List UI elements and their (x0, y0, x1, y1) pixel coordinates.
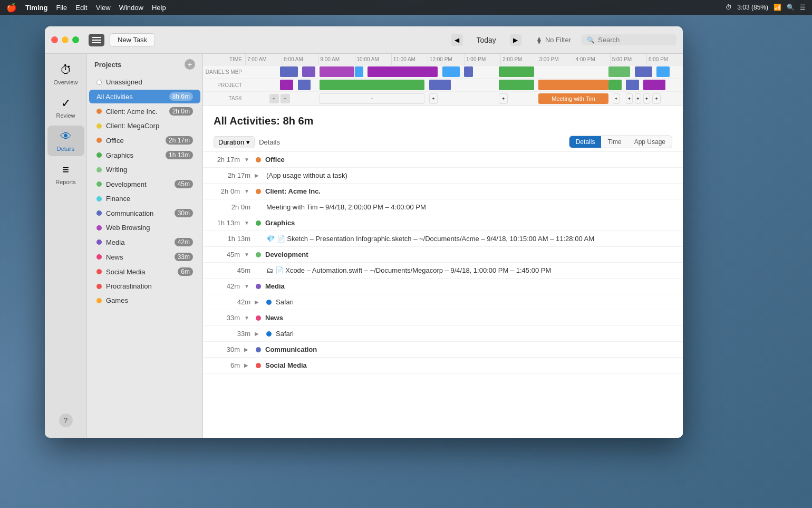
list-item-xcode[interactable]: 45m 🗂 📄 Xcode – Automation.swift – ~/Doc… (203, 263, 683, 279)
tab-app-usage[interactable]: App Usage (628, 136, 672, 148)
minimize-button[interactable] (62, 36, 69, 43)
bar-segment (464, 66, 473, 77)
search-field[interactable]: 🔍 (582, 34, 676, 45)
wifi-icon: 📶 (774, 4, 781, 11)
menu-window[interactable]: Window (119, 4, 143, 12)
expand-arrow-media[interactable]: ▼ (244, 283, 252, 289)
sidebar-item-details[interactable]: 👁 Details (47, 126, 84, 156)
duration-filter[interactable]: Duration ▾ (214, 136, 255, 148)
color-dot-office (256, 157, 261, 162)
help-button[interactable]: ? (59, 414, 73, 427)
list-item-social-media[interactable]: 6m ▶ Social Media (203, 358, 683, 373)
project-item-games[interactable]: Games (89, 294, 200, 307)
menu-file[interactable]: File (56, 4, 67, 12)
row-label-daniels: DANIEL'S MBP (203, 69, 245, 75)
control-center-icon[interactable]: ☰ (800, 4, 806, 11)
activity-name-graphics: Graphics (265, 219, 672, 227)
details-filter-label: Details (259, 138, 280, 146)
task-segment[interactable]: + (643, 93, 650, 104)
expand-arrow-safari-media[interactable]: ▶ (255, 299, 262, 305)
expand-arrow-social-media[interactable]: ▶ (244, 362, 252, 368)
prev-date-button[interactable]: ◀ (451, 34, 463, 46)
expand-arrow-safari-news[interactable]: ▶ (255, 331, 262, 337)
activity-name-development: Development (265, 251, 672, 258)
project-item-finance[interactable]: Finance (89, 192, 200, 205)
tab-details[interactable]: Details (569, 136, 602, 148)
bar-segment (280, 66, 297, 77)
task-segment[interactable]: + (429, 93, 438, 104)
add-project-button[interactable]: + (185, 59, 195, 70)
project-item-procrastination[interactable]: Procrastination (89, 280, 200, 293)
next-date-button[interactable]: ▶ (510, 34, 521, 46)
task-segment[interactable]: + (626, 93, 632, 104)
project-item-graphics[interactable]: Graphics 1h 13m (89, 148, 200, 162)
project-item-media[interactable]: Media 42m (89, 235, 200, 249)
project-item-all-activities[interactable]: All Activities 8h 6m (89, 90, 200, 103)
task-add-btn[interactable]: + (269, 94, 279, 103)
project-duration-graphics: 1h 13m (166, 151, 193, 159)
expand-arrow-office[interactable]: ▼ (244, 157, 252, 162)
expand-arrow-office-app[interactable]: ▶ (255, 172, 262, 178)
expand-arrow-graphics[interactable]: ▼ (244, 220, 252, 226)
list-item-safari-news[interactable]: 33m ▶ Safari (203, 326, 683, 342)
list-item-meeting-tim[interactable]: 2h 0m Meeting with Tim – 9/4/18, 2:00:00… (203, 199, 683, 215)
sidebar-item-overview[interactable]: ⏱ Overview (47, 59, 84, 90)
sidebar-item-reports[interactable]: ≡ Reports (47, 159, 84, 189)
project-duration-client-acme: 2h 0m (169, 107, 193, 116)
expand-arrow-development[interactable]: ▼ (244, 252, 252, 257)
list-item-media[interactable]: 42m ▼ Media (203, 279, 683, 294)
menu-help[interactable]: Help (152, 4, 166, 12)
menu-view[interactable]: View (96, 4, 111, 12)
task-add-btn[interactable]: + (281, 94, 290, 103)
meeting-with-tim-task[interactable]: Meeting with Tim (538, 93, 608, 104)
sidebar-toggle-button[interactable] (89, 34, 104, 46)
project-item-web-browsing[interactable]: Web Browsing (89, 221, 200, 234)
app-name-menu[interactable]: Timing (25, 4, 47, 12)
new-task-button[interactable]: New Task (110, 33, 155, 47)
project-name-unassigned: Unassigned (106, 78, 193, 86)
project-item-client-acme[interactable]: Client: Acme Inc. 2h 0m (89, 104, 200, 118)
apple-menu[interactable]: 🍎 (6, 3, 17, 13)
project-item-development[interactable]: Development 45m (89, 177, 200, 191)
search-input[interactable] (598, 36, 666, 44)
project-item-social-media[interactable]: Social Media 6m (89, 265, 200, 279)
list-item-office-app-usage[interactable]: 2h 17m ▶ (App usage without a task) (203, 168, 683, 184)
list-item-office[interactable]: 2h 17m ▼ Office (203, 152, 683, 168)
search-icon-menubar[interactable]: 🔍 (787, 4, 795, 11)
task-segment[interactable]: + (320, 93, 424, 104)
list-item-safari-media[interactable]: 42m ▶ Safari (203, 294, 683, 310)
sidebar-item-review[interactable]: ✓ Review (47, 92, 84, 123)
task-segment[interactable]: + (635, 93, 641, 104)
project-item-communication[interactable]: Communication 30m (89, 206, 200, 220)
list-item-client-acme[interactable]: 2h 0m ▼ Client: Acme Inc. (203, 184, 683, 199)
projects-title: Projects (94, 61, 121, 69)
project-dot-finance (96, 196, 102, 202)
battery-status: 3:03 (85%) (737, 4, 768, 11)
project-name-web-browsing: Web Browsing (106, 224, 193, 232)
project-item-client-megacorp[interactable]: Client: MegaCorp (89, 119, 200, 132)
maximize-button[interactable] (72, 36, 79, 43)
expand-arrow-news[interactable]: ▼ (244, 315, 252, 321)
project-duration-all-activities: 8h 6m (169, 92, 193, 101)
project-dot-office (96, 138, 102, 143)
task-segment[interactable]: + (613, 93, 619, 104)
project-item-writing[interactable]: Writing (89, 163, 200, 176)
expand-arrow-communication[interactable]: ▶ (244, 347, 252, 352)
activity-name-sketch: 💎 📄 Sketch – Presentation Infographic.sk… (266, 235, 672, 243)
list-item-sketch[interactable]: 1h 13m 💎 📄 Sketch – Presentation Infogra… (203, 231, 683, 247)
project-item-news[interactable]: News 33m (89, 250, 200, 264)
project-item-office[interactable]: Office 2h 17m (89, 133, 200, 147)
menu-edit[interactable]: Edit (75, 4, 87, 12)
tab-time[interactable]: Time (601, 136, 627, 148)
task-segment[interactable]: + (652, 93, 661, 104)
expand-arrow-client-acme[interactable]: ▼ (244, 188, 252, 194)
list-item-development[interactable]: 45m ▼ Development (203, 247, 683, 263)
list-item-news[interactable]: 33m ▼ News (203, 310, 683, 326)
task-segment[interactable]: + (499, 93, 508, 104)
close-button[interactable] (51, 36, 58, 43)
list-item-communication[interactable]: 30m ▶ Communication (203, 342, 683, 358)
project-item-unassigned[interactable]: Unassigned (89, 75, 200, 89)
duration-communication: 30m (214, 346, 240, 353)
projects-header: Projects + (87, 54, 202, 75)
list-item-graphics[interactable]: 1h 13m ▼ Graphics (203, 215, 683, 231)
